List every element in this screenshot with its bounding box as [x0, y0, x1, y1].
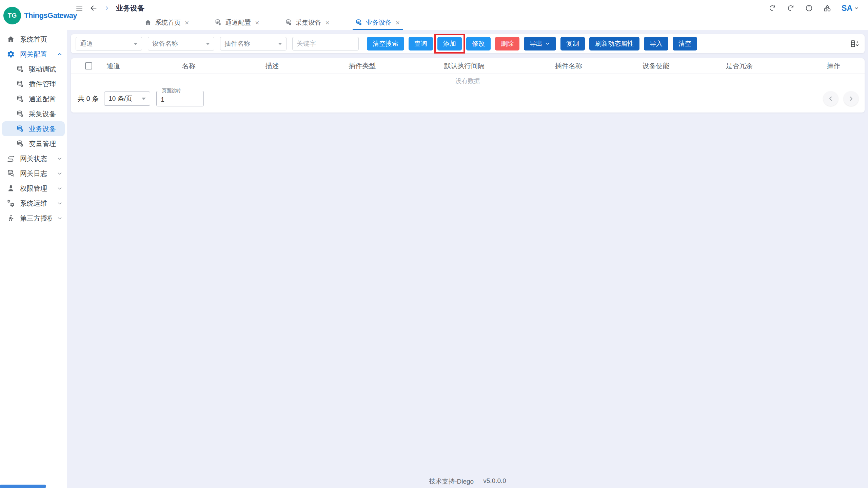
chevron-left-icon — [827, 95, 834, 102]
brand-initials: TG — [8, 12, 17, 19]
tab-bar: 系统首页 × 通道配置 × 采集设备 × 业务设备 × — [67, 16, 868, 30]
sidebar-menu: 系统首页 网关配置 驱动调试 插件管理 通道配置 采集设备 — [0, 32, 67, 226]
route-icon — [7, 155, 15, 163]
sidebar-item-gateway-config[interactable]: 网关配置 — [0, 47, 67, 62]
select-placeholder: 通道 — [80, 39, 134, 48]
plugin-name-select[interactable]: 插件名称 — [220, 37, 287, 50]
column-header: 插件类型 — [349, 61, 444, 70]
channel-select[interactable]: 通道 — [76, 37, 142, 50]
main-area: 业务设备 SA 系统首页 × 通道配置 × — [67, 0, 868, 488]
sidebar-item-collect-device[interactable]: 采集设备 — [0, 106, 67, 121]
select-placeholder: 插件名称 — [224, 39, 278, 48]
database-gear-icon — [16, 125, 24, 133]
home-icon — [144, 19, 152, 26]
footer: 技术支持-Diego v5.0.0.0 — [67, 477, 868, 486]
sidebar-scrollbar[interactable] — [0, 485, 46, 488]
close-icon[interactable]: × — [325, 19, 330, 26]
sidebar-item-plugin-management[interactable]: 插件管理 — [0, 77, 67, 92]
shapes-icon[interactable] — [823, 4, 831, 12]
tab-collect-device[interactable]: 采集设备 × — [282, 16, 333, 30]
version-text: v5.0.0.0 — [483, 477, 506, 486]
tab-label: 系统首页 — [155, 18, 181, 27]
edit-button[interactable]: 修改 — [466, 37, 491, 50]
delete-button[interactable]: 删除 — [495, 37, 519, 50]
sidebar-item-system-ops[interactable]: 系统运维 — [0, 196, 67, 211]
toolbar-buttons: 清空搜索 查询 添加 修改 删除 导出 复制 刷新动态属性 导入 清空 — [367, 37, 697, 50]
tab-business-device[interactable]: 业务设备 × — [353, 16, 403, 30]
page-jump-label: 页面跳转 — [160, 88, 182, 94]
keyword-input[interactable] — [292, 37, 359, 50]
sidebar-item-business-device[interactable]: 业务设备 — [2, 121, 65, 136]
page-size-select[interactable]: 10 条/页 — [104, 92, 150, 106]
sidebar: TG ThingsGateway 系统首页 网关配置 驱动调试 插件管理 — [0, 0, 67, 488]
walking-person-icon — [7, 214, 15, 222]
sidebar-item-label: 网关状态 — [20, 154, 52, 163]
database-gear-icon — [16, 80, 24, 88]
sidebar-item-label: 网关配置 — [20, 50, 52, 59]
home-icon — [7, 35, 15, 43]
chevron-up-icon — [57, 51, 63, 57]
tab-label: 采集设备 — [296, 18, 321, 27]
back-arrow-icon[interactable] — [90, 4, 98, 12]
select-all-checkbox[interactable] — [85, 62, 92, 69]
sidebar-item-gateway-logs[interactable]: 网关日志 — [0, 166, 67, 181]
sidebar-item-driver-debug[interactable]: 驱动调试 — [0, 62, 67, 77]
sidebar-item-label: 网关日志 — [20, 169, 52, 178]
select-placeholder: 设备名称 — [152, 39, 206, 48]
sidebar-item-label: 系统运维 — [20, 199, 52, 208]
breadcrumb: 业务设备 — [116, 3, 144, 13]
refresh-icon[interactable] — [787, 4, 795, 12]
add-button[interactable]: 添加 — [437, 37, 462, 50]
clear-button[interactable]: 清空 — [673, 37, 697, 50]
sidebar-item-permissions[interactable]: 权限管理 — [0, 181, 67, 196]
gears-icon — [7, 199, 15, 207]
tab-channel-config[interactable]: 通道配置 × — [212, 16, 262, 30]
content-area: 通道 设备名称 插件名称 清空搜索 查询 添加 — [67, 30, 868, 488]
next-page-button[interactable] — [844, 91, 859, 106]
sidebar-item-label: 第三方授权 — [20, 214, 52, 223]
column-plus-icon[interactable] — [850, 39, 860, 48]
info-icon[interactable] — [805, 4, 813, 12]
import-button[interactable]: 导入 — [644, 37, 668, 50]
sidebar-item-third-party-auth[interactable]: 第三方授权 — [0, 211, 67, 226]
column-header: 设备使能 — [642, 61, 726, 70]
brand-name: ThingsGateway — [24, 11, 77, 20]
sidebar-item-label: 驱动调试 — [29, 65, 56, 74]
close-icon[interactable]: × — [254, 19, 260, 26]
app-window: TG ThingsGateway 系统首页 网关配置 驱动调试 插件管理 — [0, 0, 868, 488]
database-search-icon — [7, 169, 15, 178]
sidebar-item-label: 通道配置 — [29, 95, 56, 104]
tab-label: 通道配置 — [225, 18, 251, 27]
sidebar-item-gateway-status[interactable]: 网关状态 — [0, 151, 67, 166]
refresh-icon[interactable] — [768, 4, 776, 12]
close-icon[interactable]: × — [395, 19, 400, 26]
brand[interactable]: TG ThingsGateway — [0, 0, 67, 32]
worker-icon — [7, 184, 15, 192]
refresh-dynamic-props-button[interactable]: 刷新动态属性 — [589, 37, 639, 50]
close-icon[interactable]: × — [184, 19, 190, 26]
chevron-right-icon — [848, 95, 854, 102]
chevron-down-icon — [545, 41, 550, 46]
chevron-down-icon — [57, 156, 63, 162]
chevron-down-icon — [142, 98, 146, 100]
sidebar-item-home[interactable]: 系统首页 — [0, 32, 67, 47]
sidebar-item-channel-config[interactable]: 通道配置 — [0, 92, 67, 106]
support-text: 技术支持-Diego — [429, 477, 474, 486]
query-button[interactable]: 查询 — [409, 37, 433, 50]
copy-button[interactable]: 复制 — [560, 37, 585, 50]
filter-toolbar-card: 通道 设备名称 插件名称 清空搜索 查询 添加 — [71, 34, 865, 53]
database-gear-icon — [285, 19, 292, 26]
tab-system-home[interactable]: 系统首页 × — [142, 16, 192, 30]
chevron-down-icon — [206, 43, 210, 45]
user-menu[interactable]: SA — [842, 4, 859, 13]
gear-icon — [7, 50, 15, 58]
pagination: 共 0 条 10 条/页 页面跳转 — [71, 88, 865, 109]
prev-page-button[interactable] — [823, 91, 838, 106]
chevron-down-icon — [57, 185, 63, 191]
column-header: 通道 — [106, 61, 182, 70]
sidebar-item-variable-management[interactable]: 变量管理 — [0, 136, 67, 151]
clear-search-button[interactable]: 清空搜索 — [367, 37, 404, 50]
export-button[interactable]: 导出 — [524, 37, 556, 50]
device-name-select[interactable]: 设备名称 — [148, 37, 214, 50]
total-count: 共 0 条 — [78, 94, 99, 103]
